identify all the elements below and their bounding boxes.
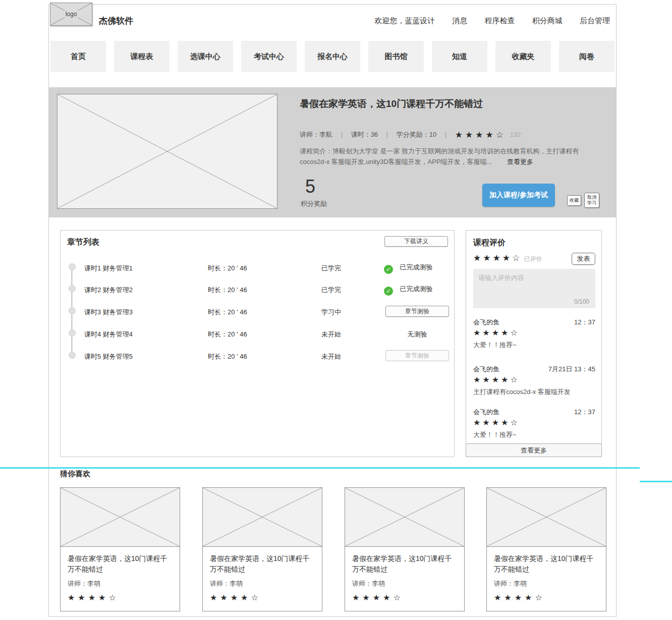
publish-review-button[interactable]: 发表 xyxy=(572,253,595,265)
suggestion-card-1[interactable]: 暑假在家学英语，这10门课程千万不能错过 讲师：李萌 ★★★★☆ xyxy=(60,487,180,611)
card-teacher: 讲师：李萌 xyxy=(210,579,315,588)
download-handout-button[interactable]: 下载讲义 xyxy=(384,236,448,247)
review-time: 7月21日 13：45 xyxy=(548,365,595,374)
card-teacher: 讲师：李萌 xyxy=(68,579,173,588)
no-quiz-label: 无测验 xyxy=(385,330,449,339)
points-value: 5 xyxy=(305,176,315,197)
card-title: 暑假在家学英语，这10门课程千万不能错过 xyxy=(68,553,173,575)
view-more-reviews-button[interactable]: 查看更多 xyxy=(466,443,602,457)
card-body: 暑假在家学英语，这10门课程千万不能错过 讲师：李萌 ★★★★☆ xyxy=(61,547,180,602)
review-stars: ★★★★☆ xyxy=(473,328,520,337)
points-label: 积分奖励 xyxy=(301,199,327,208)
chapter-name: 课时5 财务管理5 xyxy=(84,352,133,361)
link-admin[interactable]: 后台管理 xyxy=(580,16,610,25)
chapter-row-2[interactable]: 课时2 财务管理2 时长：20 ' 46 已学完 已完成测验 xyxy=(61,284,454,294)
chapter-status: 学习中 xyxy=(321,308,341,317)
chapter-status: 已学完 xyxy=(321,286,341,295)
review-stars: ★★★★☆ xyxy=(473,375,520,384)
meta-credit: 学分奖励：10 xyxy=(397,131,436,138)
review-comment: 大爱！！推荐~ xyxy=(473,341,517,350)
cancel-learning-button[interactable]: 取消学习 xyxy=(584,193,599,208)
card-image-placeholder xyxy=(203,488,322,547)
course-intro: 课程简介：博毅创为大学堂 是一家 致力于互联网的游戏开发与培训的在线教育机构，主… xyxy=(300,146,598,167)
review-comment: 主打课程有cocos2d-x 客服端开发 xyxy=(473,387,571,397)
meta-teacher: 讲师：李航 xyxy=(300,131,332,138)
link-points-mall[interactable]: 积分商城 xyxy=(532,16,563,25)
nav-favorites[interactable]: 收藏夹 xyxy=(495,41,551,72)
course-rating-stars: ★★★★☆ xyxy=(455,130,506,140)
suggestion-card-3[interactable]: 暑假在家学英语，这10门课程千万不能错过 讲师：李萌 ★★★★☆ xyxy=(345,487,465,611)
chapter-duration: 时长：20 ' 46 xyxy=(208,352,247,361)
intro-view-more-link[interactable]: 查看更多 xyxy=(507,158,533,165)
chapter-name: 课时3 财务管理3 xyxy=(84,308,133,317)
chapter-duration: 时长：20 ' 46 xyxy=(208,308,247,317)
reviewer-name: 会飞的鱼 xyxy=(473,318,499,327)
chapter-duration: 时长：20 ' 46 xyxy=(208,286,247,295)
chapter-quiz-button[interactable]: 章节测验 xyxy=(385,306,449,317)
welcome-text: 欢迎您，蓝蓝设计 xyxy=(374,16,435,25)
chapter-row-4[interactable]: 课时4 财务管理4 时长：20 ' 46 未开始 无测验 xyxy=(61,328,454,339)
nav-know[interactable]: 知道 xyxy=(432,41,487,72)
chapter-duration: 时长：20 ' 46 xyxy=(208,330,247,339)
chapter-row-5[interactable]: 课时5 财务管理5 时长：20 ' 46 未开始 章节测验 xyxy=(61,351,454,361)
logo[interactable]: logo xyxy=(50,3,92,26)
timeline-dot-icon xyxy=(69,263,76,270)
check-circle-icon xyxy=(384,265,393,274)
image-placeholder-cross-icon xyxy=(345,488,464,546)
main-container: logo 杰佛软件 欢迎您，蓝蓝设计 消息 程序检查 积分商城 后台管理 首页 … xyxy=(48,4,617,617)
cyan-guide-line-left xyxy=(0,467,640,469)
cyan-guide-line-right xyxy=(640,481,672,482)
course-review-panel: 课程评价 ★★★★☆ 已评价 发表 0/100 会飞的鱼 12：37 ★★★★☆… xyxy=(466,230,602,457)
brand-name: 杰佛软件 xyxy=(99,15,133,27)
nav-grading[interactable]: 阅卷 xyxy=(559,41,614,72)
nav-registration-center[interactable]: 报名中心 xyxy=(305,41,360,72)
timeline-dot-icon xyxy=(69,307,76,314)
quiz-completed-label: 已完成测验 xyxy=(400,285,432,293)
join-course-button[interactable]: 加入课程/参加考试 xyxy=(482,184,555,207)
link-messages[interactable]: 消息 xyxy=(452,16,467,25)
course-rating-count: 132 xyxy=(510,131,521,138)
review-item-1: 会飞的鱼 12：37 ★★★★☆ 大爱！！推荐~ xyxy=(473,318,595,351)
review-stars: ★★★★☆ xyxy=(473,418,520,427)
chapter-quiz-button-disabled[interactable]: 章节测验 xyxy=(385,350,449,361)
course-hero: 暑假在家学英语，这10门课程千万不能错过 讲师：李航 | 课时：36 | 学分奖… xyxy=(49,87,616,217)
chapter-name: 课时2 财务管理2 xyxy=(84,286,133,295)
meta-hours: 课时：36 xyxy=(351,131,378,138)
meta-separator: | xyxy=(386,131,388,138)
reviewer-name: 会飞的鱼 xyxy=(473,365,499,374)
nav-exam-center[interactable]: 考试中心 xyxy=(241,41,297,72)
review-item-3: 会飞的鱼 12：37 ★★★★☆ 大爱！！推荐~ xyxy=(473,408,595,441)
card-image-placeholder xyxy=(345,488,464,547)
meta-separator: | xyxy=(341,131,343,138)
card-body: 暑假在家学英语，这10门课程千万不能错过 讲师：李萌 ★★★★☆ xyxy=(203,547,322,602)
nav-course-selection[interactable]: 选课中心 xyxy=(178,41,233,72)
chapter-list-panel: 章节列表 下载讲义 课时1 财务管理1 时长：20 ' 46 已学完 已完成测验… xyxy=(60,230,455,457)
nav-course-schedule[interactable]: 课程表 xyxy=(114,41,170,72)
card-rating-stars: ★★★★☆ xyxy=(352,593,457,602)
course-intro-text: 课程简介：博毅创为大学堂 是一家 致力于互联网的游戏开发与培训的在线教育机构，主… xyxy=(300,147,579,165)
card-title: 暑假在家学英语，这10门课程千万不能错过 xyxy=(494,553,599,575)
main-nav: 首页 课程表 选课中心 考试中心 报名中心 图书馆 知道 收藏夹 阅卷 xyxy=(50,41,614,72)
card-body: 暑假在家学英语，这10门课程千万不能错过 讲师：李萌 ★★★★☆ xyxy=(345,547,464,602)
nav-home[interactable]: 首页 xyxy=(50,41,106,72)
my-rating-stars[interactable]: ★★★★☆ xyxy=(473,253,522,263)
image-placeholder-cross-icon xyxy=(58,94,277,208)
card-rating-stars: ★★★★☆ xyxy=(494,593,599,602)
nav-library[interactable]: 图书馆 xyxy=(368,41,424,72)
quiz-completed-label: 已完成测验 xyxy=(400,263,432,271)
link-program-check[interactable]: 程序检查 xyxy=(485,16,515,25)
chapter-row-1[interactable]: 课时1 财务管理1 时长：20 ' 46 已学完 已完成测验 xyxy=(61,262,454,272)
favorite-button[interactable]: 收藏 xyxy=(567,195,581,206)
chapter-row-3[interactable]: 课时3 财务管理3 时长：20 ' 46 学习中 章节测验 xyxy=(61,306,454,316)
review-input[interactable] xyxy=(473,269,595,308)
my-rating-row: ★★★★☆ 已评价 发表 xyxy=(473,253,595,266)
image-placeholder-cross-icon xyxy=(61,488,180,546)
chapter-status: 未开始 xyxy=(321,352,341,361)
suggestion-card-2[interactable]: 暑假在家学英语，这10门课程千万不能错过 讲师：李萌 ★★★★☆ xyxy=(202,487,322,611)
quiz-completed: 已完成测验 xyxy=(384,262,432,274)
logo-label: logo xyxy=(64,11,79,18)
suggestion-card-4[interactable]: 暑假在家学英语，这10门课程千万不能错过 讲师：李萌 ★★★★☆ xyxy=(486,487,606,611)
chapter-status: 已学完 xyxy=(321,264,341,273)
course-image-placeholder xyxy=(57,94,277,209)
course-title: 暑假在家学英语，这10门课程千万不能错过 xyxy=(300,97,483,110)
